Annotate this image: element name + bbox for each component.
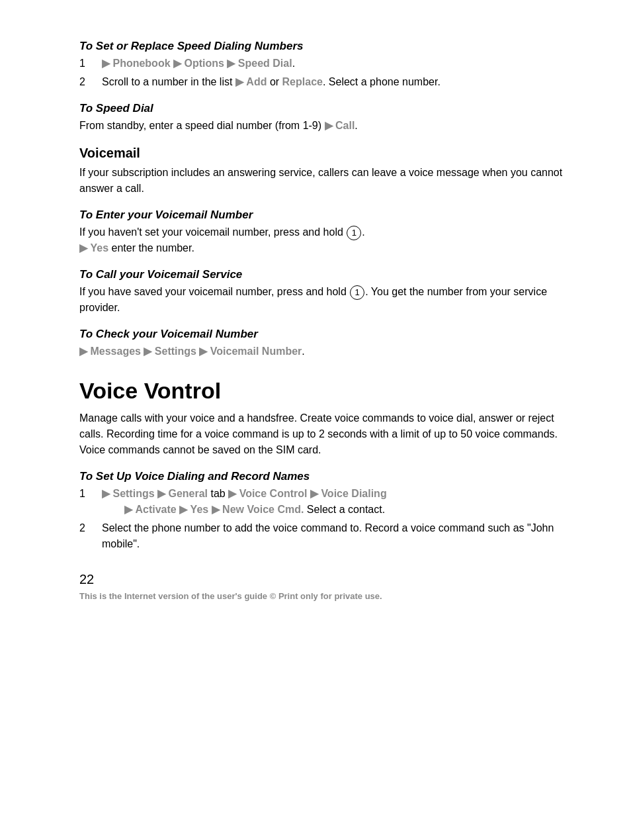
arrow-call: ▶: [325, 120, 333, 131]
navlink-call: Call: [335, 120, 355, 131]
section-to-speed-dial: To Speed Dial From standby, enter a spee…: [79, 102, 565, 134]
body-enter-voicemail-number: If you haven't set your voicemail number…: [79, 224, 565, 256]
body-check-voicemail-number: ▶ Messages ▶ Settings ▶ Voicemail Number…: [79, 344, 565, 359]
navlink-yes-voice: Yes: [190, 504, 212, 515]
arrow-phonebook: ▶: [102, 58, 110, 69]
arrow-options: ▶: [173, 58, 181, 69]
navlink-speed-dial: Speed Dial: [238, 58, 292, 69]
arrow-add: ▶: [235, 76, 243, 87]
step-num-2: 2: [79, 74, 91, 90]
arrow-messages: ▶: [79, 346, 87, 357]
arrow-settings-check: ▶: [144, 346, 151, 357]
navlink-new-voice-cmd: New Voice Cmd.: [222, 504, 304, 515]
key-1-call: 1: [350, 285, 364, 300]
step-2-set-replace: 2 Scroll to a number in the list ▶ Add o…: [79, 74, 565, 90]
arrow-voicemail-number: ▶: [199, 346, 207, 357]
step-content-1-voice: ▶ Settings ▶ General tab ▶ Voice Control…: [102, 486, 565, 518]
section-voice-vontrol: Voice Vontrol Manage calls with your voi…: [79, 378, 565, 458]
arrow-yes-voice: ▶: [179, 504, 187, 515]
navlink-activate: Activate: [135, 504, 179, 515]
navlink-voicemail-number: Voicemail Number: [210, 346, 302, 357]
navlink-phonebook: Phonebook: [112, 58, 173, 69]
period-1: .: [292, 58, 295, 69]
navlink-voice-control: Voice Control: [239, 488, 310, 499]
navlink-replace: Replace: [282, 76, 323, 87]
step-content-1: ▶ Phonebook ▶ Options ▶ Speed Dial.: [102, 56, 565, 71]
section-set-replace-speed-dialing: To Set or Replace Speed Dialing Numbers …: [79, 40, 565, 90]
steps-set-up-voice-dialing: 1 ▶ Settings ▶ General tab ▶ Voice Contr…: [79, 486, 565, 552]
section-enter-voicemail-number: To Enter your Voicemail Number If you ha…: [79, 209, 565, 256]
step-1-set-replace: 1 ▶ Phonebook ▶ Options ▶ Speed Dial.: [79, 56, 565, 71]
key-1-enter: 1: [347, 226, 361, 240]
navlink-voice-dialing: Voice Dialing: [321, 488, 386, 499]
section-check-voicemail-number: To Check your Voicemail Number ▶ Message…: [79, 328, 565, 359]
arrow-voice-dialing: ▶: [310, 488, 318, 499]
title-set-replace-speed-dialing: To Set or Replace Speed Dialing Numbers: [79, 40, 565, 53]
navlink-yes-enter: Yes: [90, 242, 108, 254]
page-number: 22: [79, 572, 565, 587]
arrow-voice-control: ▶: [228, 488, 236, 499]
body-call-voicemail-service: If you have saved your voicemail number,…: [79, 284, 565, 316]
step-1-voice-line2: ▶ Activate ▶ Yes ▶ New Voice Cmd. Select…: [124, 504, 385, 515]
arrow-speed-dial: ▶: [227, 58, 235, 69]
steps-set-replace: 1 ▶ Phonebook ▶ Options ▶ Speed Dial. 2 …: [79, 56, 565, 90]
step-num-1-voice: 1: [79, 486, 91, 502]
section-voicemail: Voicemail If your subscription includes …: [79, 146, 565, 197]
navlink-messages: Messages: [90, 346, 144, 357]
footer-note: This is the Internet version of the user…: [79, 591, 565, 601]
select-contact-text: Select a contact.: [307, 504, 385, 515]
step-1-voice-dialing: 1 ▶ Settings ▶ General tab ▶ Voice Contr…: [79, 486, 565, 518]
navlink-add: Add: [246, 76, 267, 87]
navlink-settings-voice: Settings: [112, 488, 157, 499]
navlink-settings-check: Settings: [155, 346, 200, 357]
section-set-up-voice-dialing: To Set Up Voice Dialing and Record Names…: [79, 470, 565, 552]
arrow-new-voice-cmd: ▶: [212, 504, 220, 515]
arrow-yes-enter: ▶: [79, 242, 87, 254]
title-set-up-voice-dialing: To Set Up Voice Dialing and Record Names: [79, 470, 565, 483]
step-num-2-voice: 2: [79, 520, 91, 536]
section-call-voicemail-service: To Call your Voicemail Service If you ha…: [79, 268, 565, 316]
arrow-general-voice: ▶: [157, 488, 165, 499]
arrow-settings-voice: ▶: [102, 488, 110, 499]
tab-text: tab: [211, 488, 229, 499]
body-to-speed-dial: From standby, enter a speed dial number …: [79, 118, 565, 134]
step-num-1: 1: [79, 56, 91, 71]
navlink-options: Options: [184, 58, 227, 69]
body-voicemail: If your subscription includes an answeri…: [79, 165, 565, 197]
step-content-2-voice: Select the phone number to add the voice…: [102, 520, 565, 552]
step-2-voice-dialing: 2 Select the phone number to add the voi…: [79, 520, 565, 552]
step-content-2: Scroll to a number in the list ▶ Add or …: [102, 74, 565, 90]
title-voicemail: Voicemail: [79, 146, 565, 161]
arrow-activate: ▶: [124, 504, 132, 515]
title-voice-vontrol: Voice Vontrol: [79, 378, 565, 404]
body-voice-vontrol: Manage calls with your voice and a hands…: [79, 410, 565, 458]
title-to-speed-dial: To Speed Dial: [79, 102, 565, 115]
title-call-voicemail-service: To Call your Voicemail Service: [79, 268, 565, 281]
title-enter-voicemail-number: To Enter your Voicemail Number: [79, 209, 565, 222]
title-check-voicemail-number: To Check your Voicemail Number: [79, 328, 565, 341]
navlink-general-voice: General: [168, 488, 208, 499]
